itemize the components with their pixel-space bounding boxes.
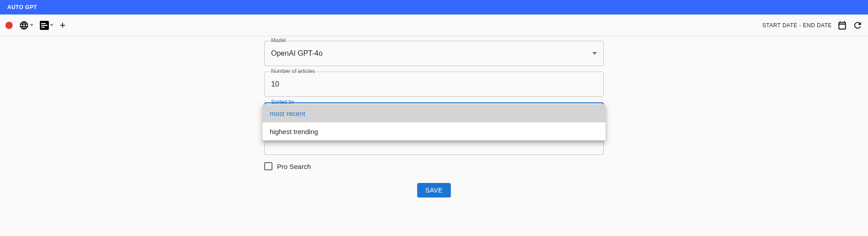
- toolbar-right: START DATE - END DATE: [763, 20, 863, 30]
- caret-down-icon: [592, 52, 597, 55]
- refresh-icon[interactable]: [853, 20, 863, 30]
- calendar-icon[interactable]: [837, 20, 847, 30]
- app-header: AUTO GPT: [0, 0, 868, 14]
- record-icon[interactable]: [5, 22, 13, 29]
- pro-search-label: Pro Search: [277, 163, 311, 170]
- date-range-label[interactable]: START DATE - END DATE: [763, 22, 832, 29]
- model-value: OpenAI GPT-4o: [271, 49, 323, 58]
- save-row: SAVE: [264, 183, 604, 197]
- num-articles-value: 10: [271, 80, 279, 88]
- globe-icon: [19, 20, 29, 30]
- model-field[interactable]: Model OpenAI GPT-4o: [264, 41, 604, 66]
- num-articles-field[interactable]: Number of articles 10: [264, 72, 604, 97]
- num-articles-input[interactable]: 10: [264, 72, 604, 97]
- main-content: Model OpenAI GPT-4o Number of articles 1…: [0, 36, 868, 197]
- save-button[interactable]: SAVE: [417, 183, 451, 197]
- globe-dropdown[interactable]: [19, 20, 33, 30]
- document-dropdown[interactable]: [40, 21, 53, 30]
- pro-search-checkbox[interactable]: [264, 162, 272, 170]
- menu-item-most-recent[interactable]: most recent: [262, 104, 606, 122]
- hidden-field-under-menu: [264, 141, 604, 155]
- menu-item-highest-trending[interactable]: highest trending: [262, 122, 606, 140]
- toolbar: + START DATE - END DATE: [0, 14, 868, 36]
- form-column: Model OpenAI GPT-4o Number of articles 1…: [264, 41, 604, 197]
- sorted-by-menu: most recent highest trending: [262, 104, 606, 140]
- caret-down-icon: [50, 24, 53, 26]
- pro-search-row[interactable]: Pro Search: [264, 162, 604, 170]
- app-title: AUTO GPT: [7, 4, 37, 10]
- model-select[interactable]: OpenAI GPT-4o: [264, 41, 604, 66]
- toolbar-left: +: [5, 20, 66, 30]
- document-icon: [40, 21, 49, 30]
- caret-down-icon: [30, 24, 33, 26]
- plus-icon[interactable]: +: [60, 20, 66, 30]
